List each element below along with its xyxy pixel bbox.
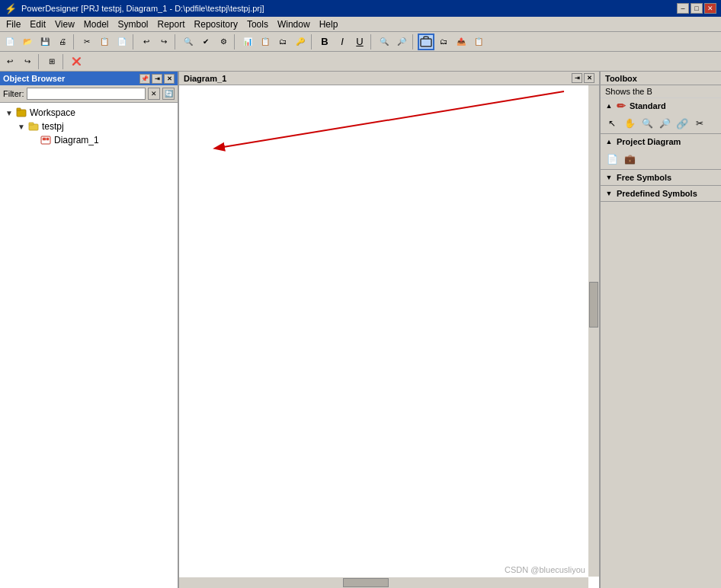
free-section-label: Free Symbols bbox=[617, 173, 671, 182]
menu-item-tools[interactable]: Tools bbox=[242, 18, 273, 31]
tb-open-btn[interactable]: 📂 bbox=[19, 34, 36, 50]
ob-filter-clear-btn[interactable]: ✕ bbox=[148, 88, 160, 100]
menu-item-file[interactable]: File bbox=[2, 18, 25, 31]
tree-item-diagram1[interactable]: ▶ Diagram_1 bbox=[2, 133, 176, 147]
diagram-scrollbar-right[interactable] bbox=[588, 85, 599, 577]
menu-item-report[interactable]: Report bbox=[153, 18, 190, 31]
tb-undo-btn[interactable]: ↩ bbox=[138, 34, 155, 50]
menu-item-window[interactable]: Window bbox=[273, 18, 315, 31]
ob-filter-bar: Filter: ✕ 🔄 bbox=[0, 85, 178, 103]
tb-new-btn[interactable]: 📄 bbox=[2, 34, 18, 50]
testpj-expander: ▼ bbox=[15, 120, 27, 133]
diagram-canvas[interactable]: CSDN @bluecusliyou bbox=[179, 85, 599, 588]
svg-rect-7 bbox=[46, 138, 49, 140]
tb2-redo-btn[interactable]: ↪ bbox=[19, 53, 36, 70]
tb-toolbox-btn[interactable] bbox=[418, 34, 434, 50]
diagram-arrow bbox=[179, 85, 599, 588]
title-bar-left: ⚡ PowerDesigner [PRJ testpj, Diagram_1 -… bbox=[5, 3, 264, 14]
maximize-button[interactable]: □ bbox=[691, 3, 703, 14]
standard-section-icon: ✏ bbox=[617, 100, 626, 112]
tb-redo-btn[interactable]: ↪ bbox=[155, 34, 172, 50]
tb-result-btn[interactable]: 📋 bbox=[470, 34, 487, 50]
tb-diagram-btn[interactable]: 📊 bbox=[239, 34, 256, 50]
menu-item-repository[interactable]: Repository bbox=[190, 18, 242, 31]
tb-column-btn[interactable]: 🗂 bbox=[274, 34, 291, 50]
menu-item-symbol[interactable]: Symbol bbox=[114, 18, 153, 31]
tb-sep-3 bbox=[175, 34, 178, 50]
ob-filter-label: Filter: bbox=[3, 89, 24, 98]
toolbox-icon bbox=[420, 36, 432, 48]
tool-pointer[interactable]: ↖ bbox=[604, 115, 620, 132]
toolbox-section-standard-content: ↖ ✋ 🔍 🔎 🔗 ✂ bbox=[601, 113, 721, 133]
tb-gen-btn[interactable]: ⚙ bbox=[215, 34, 232, 50]
diagram1-label: Diagram_1 bbox=[54, 135, 99, 145]
tb-key-btn[interactable]: 🔑 bbox=[292, 34, 309, 50]
tool-new-doc[interactable]: 📄 bbox=[604, 151, 620, 168]
menu-item-edit[interactable]: Edit bbox=[25, 18, 50, 31]
ob-titlebar-controls: 📌 ⇥ ✕ bbox=[139, 74, 175, 84]
tb-output-btn[interactable]: 📤 bbox=[453, 34, 469, 50]
object-browser-panel: Object Browser 📌 ⇥ ✕ Filter: ✕ 🔄 ▼ bbox=[0, 72, 179, 588]
testpj-label: testpj bbox=[42, 121, 64, 132]
ob-filter-input[interactable] bbox=[27, 88, 146, 100]
tb-bold-btn[interactable]: B bbox=[316, 34, 333, 50]
tb2-undo-btn[interactable]: ↩ bbox=[2, 53, 18, 70]
testpj-icon bbox=[27, 120, 40, 133]
tool-cut[interactable]: ✂ bbox=[691, 115, 708, 132]
tb-paste-btn[interactable]: 📄 bbox=[114, 34, 130, 50]
tool-zoom-out[interactable]: 🔎 bbox=[656, 115, 673, 132]
tb-cut-btn[interactable]: ✂ bbox=[79, 34, 95, 50]
tool-link[interactable]: 🔗 bbox=[674, 115, 691, 132]
ob-float-btn[interactable]: ⇥ bbox=[152, 74, 162, 84]
tb-sep-5 bbox=[311, 34, 314, 50]
toolbox-section-predefined-header[interactable]: ▼ Predefined Symbols bbox=[601, 186, 721, 201]
tool-hand[interactable]: ✋ bbox=[621, 115, 638, 132]
menu-item-view[interactable]: View bbox=[50, 18, 79, 31]
tool-zoom-in[interactable]: 🔍 bbox=[639, 115, 655, 132]
tb-copy-btn[interactable]: 📋 bbox=[96, 34, 113, 50]
tb-print-btn[interactable]: 🖨 bbox=[54, 34, 71, 50]
toolbox-section-project-header[interactable]: ▲ Project Diagram bbox=[601, 134, 721, 149]
tb-check-btn[interactable]: ✔ bbox=[197, 34, 214, 50]
toolbox-section-free-header[interactable]: ▼ Free Symbols bbox=[601, 170, 721, 185]
minimize-button[interactable]: – bbox=[677, 3, 689, 14]
toolbox-panel: Toolbox Shows the B ▲ ✏ Standard ↖ ✋ 🔍 🔎… bbox=[599, 72, 721, 588]
tb-underline-btn[interactable]: U bbox=[351, 34, 368, 50]
ob-close-btn[interactable]: ✕ bbox=[164, 74, 175, 84]
ob-titlebar: Object Browser 📌 ⇥ ✕ bbox=[0, 72, 178, 85]
tb-table-btn[interactable]: 📋 bbox=[257, 34, 274, 50]
tb-sep-6 bbox=[370, 34, 373, 50]
tb-sep-4 bbox=[234, 34, 237, 50]
toolbox-title-label: Toolbox bbox=[605, 74, 637, 83]
tree-item-testpj[interactable]: ▼ testpj bbox=[2, 120, 176, 133]
tb-browser-btn[interactable]: 🗂 bbox=[435, 34, 452, 50]
menu-item-model[interactable]: Model bbox=[79, 18, 114, 31]
menu-item-help[interactable]: Help bbox=[315, 18, 343, 31]
standard-section-label: Standard bbox=[630, 101, 666, 110]
close-button[interactable]: ✕ bbox=[704, 3, 716, 14]
ob-filter-refresh-btn[interactable]: 🔄 bbox=[162, 88, 175, 100]
tb-italic-btn[interactable]: I bbox=[334, 34, 351, 50]
tb-find-btn[interactable]: 🔍 bbox=[180, 34, 197, 50]
ob-title-label: Object Browser bbox=[3, 74, 65, 83]
tb-zoom-in-btn[interactable]: 🔍 bbox=[376, 34, 393, 50]
horizontal-scroll-thumb[interactable] bbox=[343, 578, 389, 587]
tb-save-btn[interactable]: 💾 bbox=[37, 34, 53, 50]
workspace-label: Workspace bbox=[30, 107, 75, 118]
tb-zoom-out-btn[interactable]: 🔎 bbox=[393, 34, 410, 50]
tool-package[interactable]: 💼 bbox=[621, 151, 638, 168]
tb2-grid-btn[interactable]: ⊞ bbox=[43, 53, 60, 70]
toolbox-section-standard-header[interactable]: ▲ ✏ Standard bbox=[601, 98, 721, 113]
diagram-close-btn[interactable]: ✕ bbox=[584, 73, 594, 83]
svg-line-8 bbox=[219, 91, 564, 148]
diagram-title-label: Diagram_1 bbox=[184, 74, 226, 83]
vertical-scroll-thumb[interactable] bbox=[589, 282, 598, 328]
project-section-label: Project Diagram bbox=[617, 137, 681, 146]
diagram-float-btn[interactable]: ⇥ bbox=[572, 73, 582, 83]
svg-rect-4 bbox=[29, 123, 34, 125]
tree-item-workspace[interactable]: ▼ Workspace bbox=[2, 106, 176, 120]
diagram-scrollbar-bottom[interactable] bbox=[179, 577, 588, 588]
ob-pin-btn[interactable]: 📌 bbox=[139, 74, 150, 84]
tb2-close-btn[interactable]: ❌ bbox=[68, 53, 85, 70]
toolbox-section-project: ▲ Project Diagram 📄 💼 bbox=[601, 134, 721, 170]
